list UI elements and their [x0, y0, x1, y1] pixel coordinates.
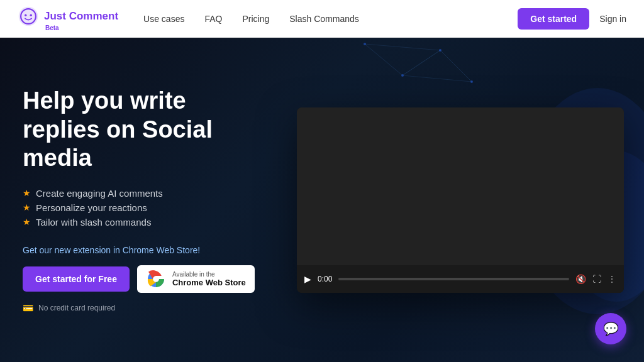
svg-line-4	[365, 44, 402, 75]
nav-actions: Get started Sign in	[518, 8, 626, 30]
star-icon-2: ★	[23, 202, 31, 212]
svg-line-6	[440, 50, 472, 82]
svg-point-13	[470, 80, 473, 83]
chrome-badge-text: Available in the Chrome Web Store	[172, 271, 246, 287]
hero-video-area: ▶ 0:00 🔇 ⛶ ⋮	[289, 107, 644, 293]
logo[interactable]: Just Comment Beta	[18, 6, 118, 31]
nav-pricing[interactable]: Pricing	[242, 14, 269, 24]
feature-text-1: Create engaging AI comments	[36, 188, 163, 199]
svg-line-5	[402, 50, 440, 75]
svg-point-12	[439, 49, 441, 52]
chat-bubble-icon: 💬	[603, 321, 619, 336]
star-icon-1: ★	[23, 188, 31, 198]
nav-links: Use cases FAQ Pricing Slash Commands	[143, 14, 518, 24]
chrome-web-store-badge[interactable]: Available in the Chrome Web Store	[137, 265, 255, 293]
chat-widget-button[interactable]: 💬	[595, 313, 626, 344]
svg-point-0	[19, 7, 38, 26]
credit-card-icon: 💳	[23, 303, 33, 313]
mute-icon[interactable]: 🔇	[575, 274, 586, 284]
no-credit-card-notice: 💳 No credit card required	[23, 303, 267, 313]
more-options-icon[interactable]: ⋮	[608, 274, 616, 284]
video-player: ▶ 0:00 🔇 ⛶ ⋮	[297, 107, 624, 293]
feature-list: ★ Create engaging AI comments ★ Personal…	[23, 188, 267, 228]
svg-point-3	[30, 14, 32, 16]
navbar: Just Comment Beta Use cases FAQ Pricing …	[0, 0, 644, 38]
svg-point-10	[364, 43, 366, 45]
svg-point-17	[153, 277, 158, 282]
sign-in-link[interactable]: Sign in	[599, 14, 626, 24]
nav-use-cases[interactable]: Use cases	[143, 14, 184, 24]
svg-point-2	[25, 14, 26, 16]
get-started-free-button[interactable]: Get started for Free	[23, 266, 130, 292]
svg-line-9	[402, 50, 440, 75]
svg-line-7	[365, 44, 440, 50]
feature-item-3: ★ Tailor with slash commands	[23, 217, 267, 228]
logo-icon	[18, 6, 39, 27]
nav-get-started-button[interactable]: Get started	[518, 8, 589, 30]
chrome-icon	[146, 269, 166, 289]
beta-badge: Beta	[45, 25, 59, 31]
video-icon-group: 🔇 ⛶ ⋮	[575, 274, 616, 284]
video-progress-bar[interactable]	[338, 278, 569, 280]
chrome-available-text: Available in the	[172, 271, 246, 278]
video-controls: ▶ 0:00 🔇 ⛶ ⋮	[297, 265, 624, 293]
svg-point-11	[401, 74, 404, 77]
star-icon-3: ★	[23, 217, 31, 227]
extension-cta-text: Get our new extension in Chrome Web Stor…	[23, 245, 267, 255]
feature-text-3: Tailor with slash commands	[36, 217, 151, 228]
hero-content: Help you write replies on Social media ★…	[0, 87, 289, 313]
feature-text-2: Personalize your reactions	[36, 202, 147, 213]
nav-faq[interactable]: FAQ	[204, 14, 222, 24]
feature-item-1: ★ Create engaging AI comments	[23, 188, 267, 199]
logo-text: Just Comment	[44, 10, 118, 23]
cta-buttons: Get started for Free Available in the Ch…	[23, 265, 267, 293]
hero-section: Help you write replies on Social media ★…	[0, 38, 644, 362]
fullscreen-icon[interactable]: ⛶	[592, 274, 601, 284]
hero-title: Help you write replies on Social media	[23, 87, 267, 173]
no-cc-text: No credit card required	[38, 304, 115, 312]
video-time: 0:00	[318, 275, 332, 283]
svg-line-8	[402, 75, 472, 82]
video-screen	[297, 107, 624, 265]
chrome-store-text: Chrome Web Store	[172, 278, 246, 287]
nav-slash-commands[interactable]: Slash Commands	[289, 14, 359, 24]
feature-item-2: ★ Personalize your reactions	[23, 202, 267, 213]
play-button[interactable]: ▶	[304, 274, 311, 284]
